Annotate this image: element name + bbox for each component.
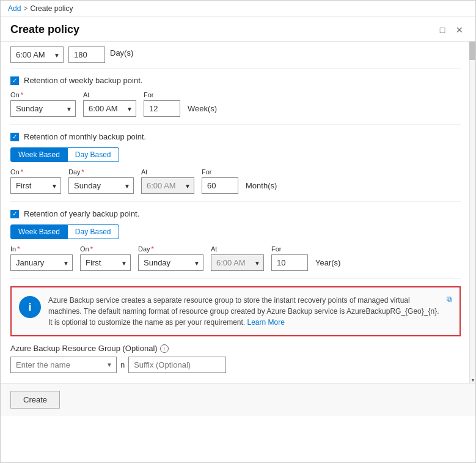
resource-group-section: Azure Backup Resource Group (Optional) i… [10, 344, 461, 373]
yearly-toggle-group: Week Based Day Based [10, 224, 461, 239]
weekly-unit-label: Week(s) [188, 104, 217, 117]
monthly-day-label: Day* [68, 168, 134, 176]
weekly-on-select-wrapper: Sunday Monday Tuesday Wednesday Thursday… [10, 100, 76, 117]
footer: Create [1, 383, 475, 416]
yearly-on-label: On* [80, 245, 131, 253]
scroll-thumb[interactable] [469, 42, 475, 60]
title-bar: Create policy □ ✕ [1, 17, 475, 42]
yearly-day-label: Day* [138, 245, 203, 253]
create-button[interactable]: Create [10, 391, 60, 409]
yearly-header: Retention of yearly backup point. [10, 209, 461, 218]
monthly-day-select-wrapper: Sunday Monday Tuesday Wednesday Thursday… [68, 177, 134, 194]
breadcrumb: Add > Create policy [1, 1, 475, 17]
monthly-unit-label: Month(s) [246, 181, 277, 194]
top-partial-row: 6:00 AM ▼ Day(s) [10, 42, 461, 69]
yearly-in-group: In* January February March April May Jun… [10, 245, 73, 271]
yearly-for-label: For [271, 245, 308, 253]
close-button[interactable]: ✕ [453, 24, 466, 36]
yearly-section: Retention of yearly backup point. Week B… [10, 202, 461, 279]
yearly-day-based-btn[interactable]: Day Based [68, 224, 119, 239]
external-link-icon[interactable]: ⧉ [447, 295, 452, 303]
time-select[interactable]: 6:00 AM [10, 46, 64, 63]
info-box: i Azure Backup service creates a separat… [10, 286, 461, 336]
monthly-day-group: Day* Sunday Monday Tuesday Wednesday Thu… [68, 168, 134, 194]
window-controls: □ ✕ [436, 24, 466, 36]
monthly-at-select-wrapper: 6:00 AM ▼ [141, 177, 194, 194]
content-wrapper: 6:00 AM ▼ Day(s) Retention of weekly bac… [1, 42, 475, 383]
yearly-in-select-wrapper: January February March April May June Ju… [10, 254, 73, 271]
scroll-down-arrow[interactable]: ▼ [470, 377, 475, 383]
weekly-checkbox[interactable] [10, 76, 19, 85]
breadcrumb-current: Create policy [30, 4, 73, 13]
monthly-toggle-group: Week Based Day Based [10, 147, 461, 162]
weekly-on-label: On* [10, 91, 76, 98]
yearly-fields: In* January February March April May Jun… [10, 245, 461, 271]
main-content: 6:00 AM ▼ Day(s) Retention of weekly bac… [1, 42, 471, 383]
yearly-label: Retention of yearly backup point. [24, 209, 139, 218]
yearly-in-select[interactable]: January February March April May June Ju… [10, 254, 73, 271]
monthly-at-select[interactable]: 6:00 AM [141, 177, 194, 194]
monthly-on-label: On* [10, 168, 61, 176]
time-select-wrapper: 6:00 AM ▼ [10, 46, 64, 63]
info-text-content: Azure Backup service creates a separate … [48, 295, 439, 328]
name-input-wrapper: ▼ [10, 357, 117, 373]
yearly-for-input[interactable] [271, 254, 308, 271]
suffix-input[interactable] [128, 357, 226, 373]
weekly-at-group: At 6:00 AM ▼ [83, 91, 136, 117]
monthly-on-select-wrapper: First Second Third Fourth Last ▼ [10, 177, 61, 194]
yearly-day-select-wrapper: Sunday Monday Tuesday Wednesday Thursday… [138, 254, 203, 271]
yearly-checkbox[interactable] [10, 210, 19, 218]
yearly-unit-label: Year(s) [315, 258, 340, 271]
weekly-for-group: For [144, 91, 180, 117]
monthly-week-based-btn[interactable]: Week Based [10, 147, 68, 162]
yearly-on-select-wrapper: First Second Third Fourth Last ▼ [80, 254, 131, 271]
weekly-for-label: For [144, 91, 180, 98]
monthly-header: Retention of monthly backup point. [10, 132, 461, 141]
weekly-at-select-wrapper: 6:00 AM ▼ [83, 100, 136, 117]
weekly-section: Retention of weekly backup point. On* Su… [10, 69, 461, 125]
breadcrumb-separator: > [23, 4, 27, 13]
yearly-at-select[interactable]: 6:00 AM [211, 254, 264, 271]
weekly-fields: On* Sunday Monday Tuesday Wednesday Thur… [10, 91, 461, 117]
page-title: Create policy [10, 23, 79, 36]
monthly-checkbox[interactable] [10, 133, 19, 141]
monthly-day-based-btn[interactable]: Day Based [68, 147, 119, 162]
monthly-at-label: At [141, 168, 194, 176]
monthly-on-select[interactable]: First Second Third Fourth Last [10, 177, 61, 194]
name-input-chevron-icon[interactable]: ▼ [103, 361, 116, 368]
weekly-on-group: On* Sunday Monday Tuesday Wednesday Thur… [10, 91, 76, 117]
monthly-at-group: At 6:00 AM ▼ [141, 168, 194, 194]
yearly-at-label: At [211, 245, 264, 253]
days-input[interactable] [68, 46, 105, 63]
weekly-at-select[interactable]: 6:00 AM [83, 100, 136, 117]
breadcrumb-parent[interactable]: Add [8, 4, 21, 13]
info-icon: i [19, 296, 41, 318]
name-input[interactable] [11, 357, 103, 372]
yearly-at-group: At 6:00 AM ▼ [211, 245, 264, 271]
monthly-fields: On* First Second Third Fourth Last ▼ [10, 168, 461, 194]
learn-more-link[interactable]: Learn More [247, 318, 285, 327]
monthly-on-group: On* First Second Third Fourth Last ▼ [10, 168, 61, 194]
monthly-day-select[interactable]: Sunday Monday Tuesday Wednesday Thursday… [68, 177, 134, 194]
monthly-label: Retention of monthly backup point. [24, 132, 146, 141]
yearly-for-group: For [271, 245, 308, 271]
weekly-on-select[interactable]: Sunday Monday Tuesday Wednesday Thursday… [10, 100, 76, 117]
weekly-at-label: At [83, 91, 136, 98]
yearly-day-select[interactable]: Sunday Monday Tuesday Wednesday Thursday… [138, 254, 203, 271]
weekly-for-input[interactable] [144, 100, 180, 117]
monthly-for-input[interactable] [202, 177, 238, 194]
info-message: Azure Backup service creates a separate … [48, 296, 439, 327]
resource-group-tooltip-icon[interactable]: i [160, 344, 169, 353]
yearly-on-select[interactable]: First Second Third Fourth Last [80, 254, 131, 271]
yearly-in-label: In* [10, 245, 73, 253]
yearly-week-based-btn[interactable]: Week Based [10, 224, 68, 239]
yearly-on-group: On* First Second Third Fourth Last ▼ [80, 245, 131, 271]
monthly-for-group: For [202, 168, 238, 194]
weekly-header: Retention of weekly backup point. [10, 76, 461, 85]
scrollbar-track: ▲ ▼ [469, 42, 475, 383]
monthly-for-label: For [202, 168, 238, 176]
name-separator: n [119, 360, 126, 369]
yearly-at-select-wrapper: 6:00 AM ▼ [211, 254, 264, 271]
resource-group-inputs: ▼ n [10, 357, 461, 373]
minimize-button[interactable]: □ [436, 24, 449, 36]
